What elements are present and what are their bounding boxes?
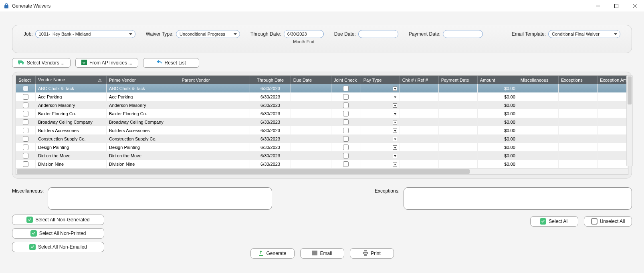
cell-amount: $0.00 [477, 118, 518, 126]
joint-check-checkbox[interactable] [343, 119, 349, 125]
joint-check-checkbox[interactable] [343, 161, 349, 167]
col-exceptions[interactable]: Exceptions [559, 76, 598, 84]
table-row[interactable]: Dirt on the MoveDirt on the Move6/30/202… [16, 151, 628, 160]
through-date-label: Through Date: [250, 30, 281, 37]
table-row[interactable]: Division NineDivision Nine6/30/2023$0.00 [16, 160, 628, 168]
table-row[interactable]: Broadway Ceiling CompanyBroadway Ceiling… [16, 118, 628, 126]
pay-type-dropdown[interactable] [393, 95, 397, 99]
cell-miscellaneous [518, 134, 558, 143]
pay-type-dropdown[interactable] [393, 86, 397, 91]
left-select-buttons: Select All Non-Generated Select All Non-… [12, 215, 104, 252]
cell-payment-date [438, 151, 477, 160]
col-amount[interactable]: Amount [477, 76, 518, 84]
cell-through-date: 6/30/2023 [250, 92, 291, 101]
cell-exception-am [598, 160, 628, 168]
reset-list-button[interactable]: Reset List [143, 58, 199, 68]
select-all-non-generated-button[interactable]: Select All Non-Generated [12, 215, 104, 225]
row-select-checkbox[interactable] [23, 161, 28, 167]
col-chk-ref[interactable]: Chk # / Ref # [400, 76, 438, 84]
row-select-checkbox[interactable] [23, 86, 28, 91]
unselect-all-button[interactable]: Unselect All [584, 216, 632, 227]
cell-payment-date [438, 109, 477, 118]
joint-check-checkbox[interactable] [343, 136, 349, 142]
horizontal-scrollbar[interactable] [16, 168, 628, 175]
select-vendors-button[interactable]: Select Vendors ... [12, 58, 71, 68]
pay-type-dropdown[interactable] [393, 120, 397, 124]
minimize-button[interactable] [589, 0, 607, 12]
col-vendor-name[interactable]: Vendor Name△ [35, 76, 106, 84]
payment-date-input[interactable] [443, 30, 483, 38]
pay-type-dropdown[interactable] [393, 154, 397, 158]
col-select[interactable]: Select [16, 76, 35, 84]
pay-type-dropdown[interactable] [393, 162, 397, 167]
row-select-checkbox[interactable] [23, 111, 28, 116]
row-select-checkbox[interactable] [23, 94, 28, 100]
cell-miscellaneous [518, 126, 558, 134]
cell-amount: $0.00 [477, 126, 518, 134]
col-payment-date[interactable]: Payment Date [438, 76, 477, 84]
close-button[interactable] [626, 0, 644, 12]
generate-button[interactable]: Generate [250, 248, 295, 259]
col-parent-vendor[interactable]: Parent Vendor [179, 76, 250, 84]
pay-type-dropdown[interactable] [393, 112, 397, 116]
cell-through-date: 6/30/2023 [250, 126, 291, 134]
table-row[interactable]: Ace ParkingAce Parking6/30/2023$0.00 [16, 92, 628, 101]
col-joint-check[interactable]: Joint Check [331, 76, 361, 84]
through-date-input[interactable] [284, 30, 324, 38]
email-template-select[interactable] [548, 30, 620, 38]
joint-check-checkbox[interactable] [343, 128, 349, 133]
vertical-scrollbar[interactable] [626, 75, 633, 166]
pay-type-dropdown[interactable] [393, 103, 397, 108]
pay-type-dropdown[interactable] [393, 145, 397, 150]
select-all-non-emailed-button[interactable]: Select All Non-Emailed [12, 242, 104, 252]
table-row[interactable]: Anderson MasonryAnderson Masonry6/30/202… [16, 101, 628, 109]
printer-icon [363, 250, 368, 257]
cell-vendor-name: Construction Supply Co. [35, 134, 106, 143]
misc-label: Miscellaneous: [12, 187, 44, 210]
col-due-date[interactable]: Due Date [291, 76, 331, 84]
joint-check-checkbox[interactable] [343, 145, 349, 150]
col-exception-am[interactable]: Exception Am [598, 76, 628, 84]
row-select-checkbox[interactable] [23, 145, 28, 150]
table-row[interactable]: Construction Supply Co.Construction Supp… [16, 134, 628, 143]
job-select[interactable] [35, 30, 135, 38]
grid[interactable]: Select Vendor Name△ Prime Vendor Parent … [16, 75, 628, 175]
cell-prime-vendor: Broadway Ceiling Company [107, 118, 179, 126]
exceptions-textarea[interactable] [404, 187, 632, 210]
print-button[interactable]: Print [350, 248, 394, 259]
joint-check-checkbox[interactable] [343, 86, 349, 91]
col-through-date[interactable]: Through Date [250, 76, 291, 84]
joint-check-checkbox[interactable] [343, 102, 349, 108]
undo-icon [157, 60, 162, 66]
window-title: Generate Waivers [12, 3, 50, 9]
joint-check-checkbox[interactable] [343, 153, 349, 159]
row-select-checkbox[interactable] [23, 153, 28, 159]
select-all-non-printed-button[interactable]: Select All Non-Printed [12, 228, 104, 239]
misc-textarea[interactable] [48, 187, 272, 210]
table-row[interactable]: Design PaintingDesign Painting6/30/2023$… [16, 143, 628, 151]
row-select-checkbox[interactable] [23, 128, 28, 133]
pay-type-dropdown[interactable] [393, 128, 397, 133]
cell-due-date [291, 160, 331, 168]
joint-check-checkbox[interactable] [343, 111, 349, 116]
col-pay-type[interactable]: Pay Type [361, 76, 400, 84]
select-all-button[interactable]: Select All [530, 216, 578, 227]
row-select-checkbox[interactable] [23, 119, 28, 125]
col-miscellaneous[interactable]: Miscellaneous [518, 76, 558, 84]
cell-prime-vendor: Anderson Masonry [107, 101, 179, 109]
cell-miscellaneous [518, 92, 558, 101]
pay-type-dropdown[interactable] [393, 137, 397, 141]
row-select-checkbox[interactable] [23, 136, 28, 142]
col-prime-vendor[interactable]: Prime Vendor [107, 76, 179, 84]
waiver-type-select[interactable] [176, 30, 240, 38]
joint-check-checkbox[interactable] [343, 94, 349, 100]
table-row[interactable]: Baxter Flooring Co.Baxter Flooring Co.6/… [16, 109, 628, 118]
row-select-checkbox[interactable] [23, 102, 28, 108]
from-ap-invoices-button[interactable]: From AP Invoices ... [75, 58, 138, 68]
maximize-button[interactable] [607, 0, 626, 12]
due-date-input[interactable] [358, 30, 398, 38]
grid-header-row[interactable]: Select Vendor Name△ Prime Vendor Parent … [16, 76, 628, 84]
email-button[interactable]: Email [300, 248, 344, 259]
table-row[interactable]: ABC Chalk & TackABC Chalk & Tack6/30/202… [16, 84, 628, 92]
table-row[interactable]: Builders AccessoriesBuilders Accessories… [16, 126, 628, 134]
